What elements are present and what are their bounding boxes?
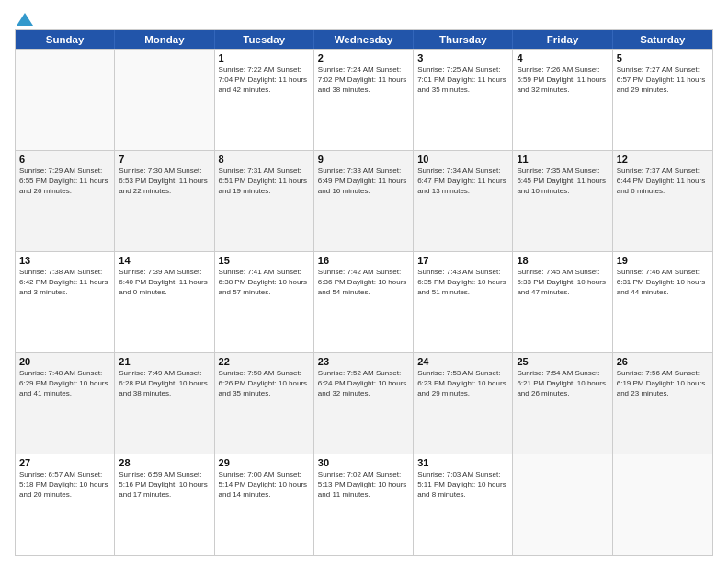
day-number: 26 xyxy=(617,356,709,367)
day-info: Sunrise: 7:56 AM Sunset: 6:19 PM Dayligh… xyxy=(617,369,709,398)
day-info: Sunrise: 7:43 AM Sunset: 6:35 PM Dayligh… xyxy=(417,268,508,297)
day-info: Sunrise: 7:50 AM Sunset: 6:26 PM Dayligh… xyxy=(219,369,310,398)
logo xyxy=(15,11,33,24)
day-number: 6 xyxy=(19,154,110,165)
cal-cell: 7Sunrise: 7:30 AM Sunset: 6:53 PM Daylig… xyxy=(115,151,214,251)
day-info: Sunrise: 7:22 AM Sunset: 7:04 PM Dayligh… xyxy=(219,65,310,95)
cal-cell: 3Sunrise: 7:25 AM Sunset: 7:01 PM Daylig… xyxy=(414,50,513,150)
day-number: 13 xyxy=(19,255,110,266)
day-number: 5 xyxy=(617,52,709,63)
cal-cell xyxy=(613,454,712,555)
day-info: Sunrise: 7:31 AM Sunset: 6:51 PM Dayligh… xyxy=(219,167,310,196)
day-number: 11 xyxy=(517,154,608,165)
cal-cell: 28Sunrise: 6:59 AM Sunset: 5:16 PM Dayli… xyxy=(115,454,214,555)
day-info: Sunrise: 7:03 AM Sunset: 5:11 PM Dayligh… xyxy=(417,470,508,500)
day-number: 15 xyxy=(219,255,310,266)
day-info: Sunrise: 7:27 AM Sunset: 6:57 PM Dayligh… xyxy=(617,65,709,95)
cal-cell: 31Sunrise: 7:03 AM Sunset: 5:11 PM Dayli… xyxy=(414,454,513,555)
week-row-2: 6Sunrise: 7:29 AM Sunset: 6:55 PM Daylig… xyxy=(16,150,712,251)
day-number: 10 xyxy=(417,154,508,165)
day-number: 4 xyxy=(517,52,608,63)
day-number: 21 xyxy=(119,356,210,367)
day-number: 16 xyxy=(318,255,409,266)
header-day-wednesday: Wednesday xyxy=(314,30,414,49)
day-info: Sunrise: 6:57 AM Sunset: 5:18 PM Dayligh… xyxy=(19,470,110,500)
day-info: Sunrise: 7:39 AM Sunset: 6:40 PM Dayligh… xyxy=(119,268,210,297)
cal-cell: 23Sunrise: 7:52 AM Sunset: 6:24 PM Dayli… xyxy=(314,353,414,454)
day-number: 31 xyxy=(417,457,508,468)
day-info: Sunrise: 7:49 AM Sunset: 6:28 PM Dayligh… xyxy=(119,369,210,398)
cal-cell: 1Sunrise: 7:22 AM Sunset: 7:04 PM Daylig… xyxy=(215,50,314,150)
page: SundayMondayTuesdayWednesdayThursdayFrid… xyxy=(0,0,728,563)
day-info: Sunrise: 7:00 AM Sunset: 5:14 PM Dayligh… xyxy=(219,470,310,500)
cal-cell: 29Sunrise: 7:00 AM Sunset: 5:14 PM Dayli… xyxy=(215,454,314,555)
day-info: Sunrise: 7:42 AM Sunset: 6:36 PM Dayligh… xyxy=(318,268,409,297)
day-info: Sunrise: 7:29 AM Sunset: 6:55 PM Dayligh… xyxy=(19,167,110,196)
cal-cell: 26Sunrise: 7:56 AM Sunset: 6:19 PM Dayli… xyxy=(613,353,712,454)
day-number: 24 xyxy=(417,356,508,367)
day-info: Sunrise: 7:26 AM Sunset: 6:59 PM Dayligh… xyxy=(517,65,608,95)
day-info: Sunrise: 7:46 AM Sunset: 6:31 PM Dayligh… xyxy=(617,268,709,297)
calendar-header: SundayMondayTuesdayWednesdayThursdayFrid… xyxy=(16,30,712,49)
cal-cell: 30Sunrise: 7:02 AM Sunset: 5:13 PM Dayli… xyxy=(314,454,414,555)
day-number: 12 xyxy=(617,154,709,165)
day-number: 8 xyxy=(219,154,310,165)
header-day-tuesday: Tuesday xyxy=(215,30,314,49)
cal-cell: 18Sunrise: 7:45 AM Sunset: 6:33 PM Dayli… xyxy=(513,252,612,352)
calendar-body: 1Sunrise: 7:22 AM Sunset: 7:04 PM Daylig… xyxy=(16,49,712,555)
day-number: 28 xyxy=(119,457,210,468)
cal-cell: 6Sunrise: 7:29 AM Sunset: 6:55 PM Daylig… xyxy=(16,151,115,251)
cal-cell: 10Sunrise: 7:34 AM Sunset: 6:47 PM Dayli… xyxy=(414,151,513,251)
cal-cell: 8Sunrise: 7:31 AM Sunset: 6:51 PM Daylig… xyxy=(215,151,314,251)
day-number: 23 xyxy=(318,356,409,367)
cal-cell: 17Sunrise: 7:43 AM Sunset: 6:35 PM Dayli… xyxy=(414,252,513,352)
day-info: Sunrise: 6:59 AM Sunset: 5:16 PM Dayligh… xyxy=(119,470,210,500)
day-number: 25 xyxy=(517,356,608,367)
cal-cell xyxy=(513,454,612,555)
day-info: Sunrise: 7:48 AM Sunset: 6:29 PM Dayligh… xyxy=(19,369,110,398)
cal-cell: 27Sunrise: 6:57 AM Sunset: 5:18 PM Dayli… xyxy=(16,454,115,555)
day-number: 3 xyxy=(417,52,508,63)
cal-cell: 4Sunrise: 7:26 AM Sunset: 6:59 PM Daylig… xyxy=(513,50,612,150)
week-row-1: 1Sunrise: 7:22 AM Sunset: 7:04 PM Daylig… xyxy=(16,49,712,150)
header-day-saturday: Saturday xyxy=(613,30,712,49)
day-info: Sunrise: 7:34 AM Sunset: 6:47 PM Dayligh… xyxy=(417,167,508,196)
cal-cell: 11Sunrise: 7:35 AM Sunset: 6:45 PM Dayli… xyxy=(513,151,612,251)
day-number: 9 xyxy=(318,154,409,165)
cal-cell xyxy=(16,50,115,150)
day-info: Sunrise: 7:25 AM Sunset: 7:01 PM Dayligh… xyxy=(417,65,508,95)
cal-cell: 12Sunrise: 7:37 AM Sunset: 6:44 PM Dayli… xyxy=(613,151,712,251)
day-info: Sunrise: 7:53 AM Sunset: 6:23 PM Dayligh… xyxy=(417,369,508,398)
header-day-friday: Friday xyxy=(513,30,612,49)
cal-cell: 13Sunrise: 7:38 AM Sunset: 6:42 PM Dayli… xyxy=(16,252,115,352)
day-info: Sunrise: 7:37 AM Sunset: 6:44 PM Dayligh… xyxy=(617,167,709,196)
cal-cell: 19Sunrise: 7:46 AM Sunset: 6:31 PM Dayli… xyxy=(613,252,712,352)
day-number: 2 xyxy=(318,52,409,63)
cal-cell: 9Sunrise: 7:33 AM Sunset: 6:49 PM Daylig… xyxy=(314,151,414,251)
logo-triangle-icon xyxy=(17,11,33,28)
day-number: 17 xyxy=(417,255,508,266)
cal-cell: 5Sunrise: 7:27 AM Sunset: 6:57 PM Daylig… xyxy=(613,50,712,150)
week-row-3: 13Sunrise: 7:38 AM Sunset: 6:42 PM Dayli… xyxy=(16,251,712,352)
day-info: Sunrise: 7:41 AM Sunset: 6:38 PM Dayligh… xyxy=(219,268,310,297)
day-info: Sunrise: 7:54 AM Sunset: 6:21 PM Dayligh… xyxy=(517,369,608,398)
day-info: Sunrise: 7:30 AM Sunset: 6:53 PM Dayligh… xyxy=(119,167,210,196)
day-number: 27 xyxy=(19,457,110,468)
cal-cell: 25Sunrise: 7:54 AM Sunset: 6:21 PM Dayli… xyxy=(513,353,612,454)
cal-cell: 2Sunrise: 7:24 AM Sunset: 7:02 PM Daylig… xyxy=(314,50,414,150)
cal-cell: 21Sunrise: 7:49 AM Sunset: 6:28 PM Dayli… xyxy=(115,353,214,454)
svg-marker-0 xyxy=(17,13,33,26)
cal-cell: 14Sunrise: 7:39 AM Sunset: 6:40 PM Dayli… xyxy=(115,252,214,352)
day-number: 22 xyxy=(219,356,310,367)
day-number: 29 xyxy=(219,457,310,468)
cal-cell: 16Sunrise: 7:42 AM Sunset: 6:36 PM Dayli… xyxy=(314,252,414,352)
day-number: 19 xyxy=(617,255,709,266)
cal-cell: 20Sunrise: 7:48 AM Sunset: 6:29 PM Dayli… xyxy=(16,353,115,454)
day-number: 30 xyxy=(318,457,409,468)
cal-cell xyxy=(115,50,214,150)
day-number: 1 xyxy=(219,52,310,63)
header xyxy=(15,11,713,24)
day-number: 20 xyxy=(19,356,110,367)
header-day-monday: Monday xyxy=(115,30,214,49)
day-info: Sunrise: 7:24 AM Sunset: 7:02 PM Dayligh… xyxy=(318,65,409,95)
